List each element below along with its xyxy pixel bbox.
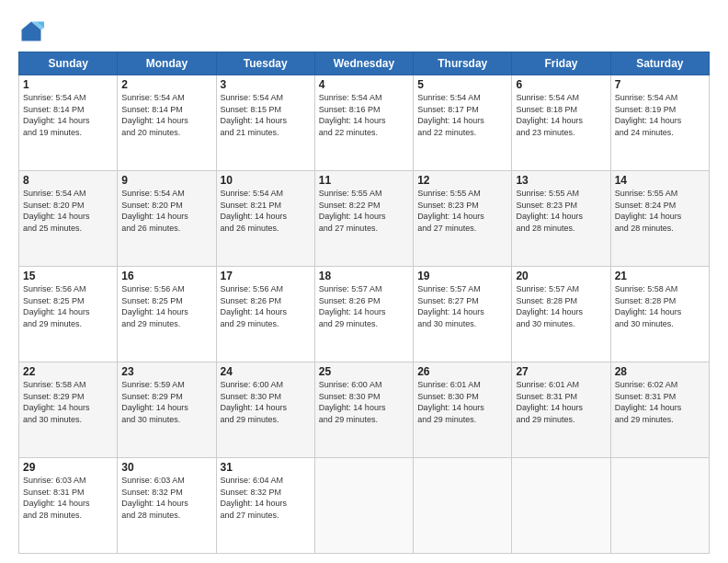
day-info: Sunrise: 5:54 AM Sunset: 8:17 PM Dayligh…	[417, 92, 507, 138]
calendar-cell: 7Sunrise: 5:54 AM Sunset: 8:19 PM Daylig…	[610, 75, 709, 171]
day-info: Sunrise: 5:54 AM Sunset: 8:20 PM Dayligh…	[121, 188, 211, 234]
calendar-header-tuesday: Tuesday	[216, 52, 314, 75]
day-number: 19	[417, 270, 507, 282]
calendar-cell: 8Sunrise: 5:54 AM Sunset: 8:20 PM Daylig…	[19, 171, 118, 267]
calendar-header-saturday: Saturday	[610, 52, 709, 75]
day-number: 17	[221, 270, 311, 282]
day-info: Sunrise: 6:04 AM Sunset: 8:32 PM Dayligh…	[221, 475, 311, 521]
day-info: Sunrise: 5:54 AM Sunset: 8:20 PM Dayligh…	[23, 188, 113, 234]
calendar-cell: 2Sunrise: 5:54 AM Sunset: 8:14 PM Daylig…	[118, 75, 216, 171]
day-number: 16	[121, 270, 211, 282]
day-info: Sunrise: 5:54 AM Sunset: 8:15 PM Dayligh…	[221, 92, 311, 138]
day-info: Sunrise: 5:54 AM Sunset: 8:18 PM Dayligh…	[516, 92, 606, 138]
calendar-week-2: 15Sunrise: 5:56 AM Sunset: 8:25 PM Dayli…	[19, 267, 710, 362]
day-number: 25	[319, 365, 409, 378]
day-info: Sunrise: 6:03 AM Sunset: 8:31 PM Dayligh…	[23, 475, 113, 521]
calendar-cell: 19Sunrise: 5:57 AM Sunset: 8:27 PM Dayli…	[414, 267, 512, 362]
day-number: 12	[417, 174, 507, 187]
day-number: 29	[23, 461, 113, 474]
day-info: Sunrise: 5:54 AM Sunset: 8:21 PM Dayligh…	[221, 188, 311, 234]
calendar-week-4: 29Sunrise: 6:03 AM Sunset: 8:31 PM Dayli…	[19, 458, 710, 554]
logo	[18, 18, 46, 44]
day-number: 2	[121, 78, 211, 91]
day-info: Sunrise: 5:55 AM Sunset: 8:24 PM Dayligh…	[615, 188, 705, 234]
calendar-cell: 29Sunrise: 6:03 AM Sunset: 8:31 PM Dayli…	[19, 458, 118, 554]
day-number: 11	[319, 174, 409, 187]
day-info: Sunrise: 5:57 AM Sunset: 8:26 PM Dayligh…	[319, 283, 409, 329]
calendar-header-thursday: Thursday	[414, 52, 512, 75]
day-number: 27	[516, 365, 606, 378]
calendar-week-0: 1Sunrise: 5:54 AM Sunset: 8:14 PM Daylig…	[19, 75, 710, 171]
day-info: Sunrise: 5:58 AM Sunset: 8:28 PM Dayligh…	[615, 283, 705, 329]
day-number: 31	[221, 461, 311, 474]
day-number: 26	[417, 365, 507, 378]
calendar-cell: 31Sunrise: 6:04 AM Sunset: 8:32 PM Dayli…	[216, 458, 314, 554]
day-number: 5	[417, 78, 507, 91]
day-number: 7	[615, 78, 705, 91]
day-number: 10	[221, 174, 311, 187]
calendar-table: SundayMondayTuesdayWednesdayThursdayFrid…	[18, 52, 710, 554]
calendar-cell: 22Sunrise: 5:58 AM Sunset: 8:29 PM Dayli…	[19, 362, 118, 458]
calendar-cell: 10Sunrise: 5:54 AM Sunset: 8:21 PM Dayli…	[216, 171, 314, 267]
calendar-cell: 9Sunrise: 5:54 AM Sunset: 8:20 PM Daylig…	[118, 171, 216, 267]
day-info: Sunrise: 6:01 AM Sunset: 8:31 PM Dayligh…	[516, 379, 606, 425]
day-number: 13	[516, 174, 606, 187]
day-number: 22	[23, 365, 113, 378]
day-info: Sunrise: 6:02 AM Sunset: 8:31 PM Dayligh…	[615, 379, 705, 425]
day-info: Sunrise: 5:54 AM Sunset: 8:14 PM Dayligh…	[121, 92, 211, 138]
day-number: 14	[615, 174, 705, 187]
calendar-cell: 18Sunrise: 5:57 AM Sunset: 8:26 PM Dayli…	[314, 267, 413, 362]
calendar-cell	[610, 458, 709, 554]
calendar-cell: 21Sunrise: 5:58 AM Sunset: 8:28 PM Dayli…	[610, 267, 709, 362]
calendar-cell: 28Sunrise: 6:02 AM Sunset: 8:31 PM Dayli…	[610, 362, 709, 458]
day-info: Sunrise: 5:58 AM Sunset: 8:29 PM Dayligh…	[23, 379, 113, 425]
calendar-cell: 25Sunrise: 6:00 AM Sunset: 8:30 PM Dayli…	[314, 362, 413, 458]
calendar-cell: 1Sunrise: 5:54 AM Sunset: 8:14 PM Daylig…	[19, 75, 118, 171]
day-info: Sunrise: 5:56 AM Sunset: 8:25 PM Dayligh…	[23, 283, 113, 329]
day-number: 8	[23, 174, 113, 187]
calendar-cell: 16Sunrise: 5:56 AM Sunset: 8:25 PM Dayli…	[118, 267, 216, 362]
day-number: 23	[121, 365, 211, 378]
day-info: Sunrise: 5:54 AM Sunset: 8:14 PM Dayligh…	[23, 92, 113, 138]
day-number: 3	[221, 78, 311, 91]
day-number: 18	[319, 270, 409, 282]
calendar-header-sunday: Sunday	[19, 52, 118, 75]
calendar-cell	[512, 458, 610, 554]
calendar-header-wednesday: Wednesday	[314, 52, 413, 75]
calendar-cell: 30Sunrise: 6:03 AM Sunset: 8:32 PM Dayli…	[118, 458, 216, 554]
day-info: Sunrise: 5:55 AM Sunset: 8:23 PM Dayligh…	[516, 188, 606, 234]
day-number: 9	[121, 174, 211, 187]
day-info: Sunrise: 5:54 AM Sunset: 8:19 PM Dayligh…	[615, 92, 705, 138]
day-number: 20	[516, 270, 606, 282]
page: SundayMondayTuesdayWednesdayThursdayFrid…	[0, 0, 728, 563]
calendar-cell: 15Sunrise: 5:56 AM Sunset: 8:25 PM Dayli…	[19, 267, 118, 362]
day-info: Sunrise: 5:59 AM Sunset: 8:29 PM Dayligh…	[121, 379, 211, 425]
calendar-header-row: SundayMondayTuesdayWednesdayThursdayFrid…	[19, 52, 710, 75]
day-number: 1	[23, 78, 113, 91]
day-info: Sunrise: 6:00 AM Sunset: 8:30 PM Dayligh…	[221, 379, 311, 425]
calendar-cell: 13Sunrise: 5:55 AM Sunset: 8:23 PM Dayli…	[512, 171, 610, 267]
calendar-cell: 11Sunrise: 5:55 AM Sunset: 8:22 PM Dayli…	[314, 171, 413, 267]
day-info: Sunrise: 5:54 AM Sunset: 8:16 PM Dayligh…	[319, 92, 409, 138]
day-number: 15	[23, 270, 113, 282]
day-number: 24	[221, 365, 311, 378]
calendar-header-monday: Monday	[118, 52, 216, 75]
day-info: Sunrise: 6:01 AM Sunset: 8:30 PM Dayligh…	[417, 379, 507, 425]
calendar-cell: 6Sunrise: 5:54 AM Sunset: 8:18 PM Daylig…	[512, 75, 610, 171]
calendar-cell: 23Sunrise: 5:59 AM Sunset: 8:29 PM Dayli…	[118, 362, 216, 458]
day-info: Sunrise: 5:56 AM Sunset: 8:26 PM Dayligh…	[221, 283, 311, 329]
day-info: Sunrise: 6:00 AM Sunset: 8:30 PM Dayligh…	[319, 379, 409, 425]
calendar-body: 1Sunrise: 5:54 AM Sunset: 8:14 PM Daylig…	[19, 75, 710, 554]
logo-icon	[18, 18, 44, 44]
calendar-cell: 20Sunrise: 5:57 AM Sunset: 8:28 PM Dayli…	[512, 267, 610, 362]
calendar-cell: 14Sunrise: 5:55 AM Sunset: 8:24 PM Dayli…	[610, 171, 709, 267]
calendar-week-1: 8Sunrise: 5:54 AM Sunset: 8:20 PM Daylig…	[19, 171, 710, 267]
calendar-cell: 12Sunrise: 5:55 AM Sunset: 8:23 PM Dayli…	[414, 171, 512, 267]
day-number: 28	[615, 365, 705, 378]
day-info: Sunrise: 5:57 AM Sunset: 8:28 PM Dayligh…	[516, 283, 606, 329]
calendar-cell: 17Sunrise: 5:56 AM Sunset: 8:26 PM Dayli…	[216, 267, 314, 362]
day-number: 4	[319, 78, 409, 91]
calendar-cell: 4Sunrise: 5:54 AM Sunset: 8:16 PM Daylig…	[314, 75, 413, 171]
day-info: Sunrise: 6:03 AM Sunset: 8:32 PM Dayligh…	[121, 475, 211, 521]
day-number: 21	[615, 270, 705, 282]
